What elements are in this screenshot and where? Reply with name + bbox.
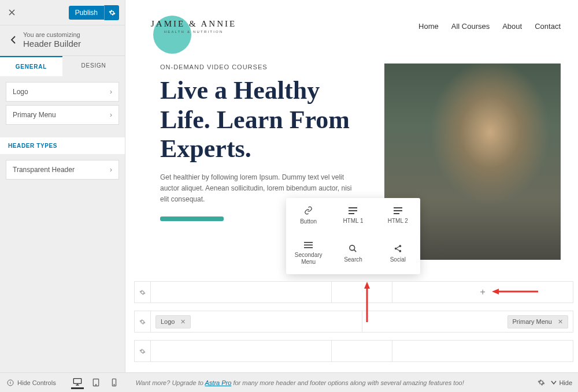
hero-title: Live a Healthy Life. Learn From Experts. (160, 76, 367, 164)
primary-menu-chip[interactable]: Primary Menu ✕ (507, 315, 568, 328)
link-icon (304, 206, 313, 215)
row-settings-button[interactable] (135, 311, 151, 332)
svg-rect-18 (73, 379, 81, 384)
logo-chip[interactable]: Logo ✕ (155, 315, 191, 328)
back-button[interactable] (6, 33, 20, 47)
builder-cell-center[interactable] (332, 282, 393, 303)
chevron-right-icon: › (110, 88, 112, 96)
header-type-items: Transparent Header › (0, 154, 125, 189)
close-customizer-button[interactable] (6, 7, 17, 18)
bottom-bar: Hide Controls Want more? Upgrade to Astr… (0, 372, 578, 392)
popup-item-label: Search (344, 256, 362, 264)
publish-button[interactable]: Publish (69, 6, 104, 20)
popup-item-label: Secondary Menu (288, 252, 328, 266)
popup-item-html2[interactable]: HTML 2 (376, 198, 420, 234)
popup-item-social[interactable]: Social (376, 234, 420, 274)
add-element-button[interactable]: + (480, 287, 486, 297)
sidebar-item-logo[interactable]: Logo › (6, 82, 119, 102)
hide-builder-button[interactable]: Hide (551, 379, 572, 386)
builder-cell-left[interactable]: Logo ✕ (151, 311, 362, 332)
device-tablet-button[interactable] (90, 376, 102, 389)
svg-point-10 (399, 245, 401, 247)
nav-home[interactable]: Home (418, 22, 439, 31)
remove-chip-button[interactable]: ✕ (180, 318, 186, 326)
astra-pro-link[interactable]: Astra Pro (205, 379, 231, 386)
sidebar-tabs: GENERAL DESIGN (0, 56, 125, 76)
nav-about[interactable]: About (502, 22, 522, 31)
builder-row-above: + (134, 281, 573, 303)
svg-rect-5 (394, 213, 399, 214)
popup-item-search[interactable]: Search (331, 234, 375, 274)
header-types-label: HEADER TYPES (0, 137, 125, 154)
hide-label: Hide (559, 379, 572, 386)
hide-controls-button[interactable]: Hide Controls (0, 379, 63, 386)
logo-subtitle: HEALTH & NUTRITION (151, 30, 236, 33)
nav-contact[interactable]: Contact (535, 22, 561, 31)
popup-item-label: Button (300, 218, 317, 226)
logo-title: JAMIE & ANNIE (151, 19, 236, 29)
svg-point-20 (95, 384, 96, 385)
tab-design[interactable]: DESIGN (62, 56, 125, 76)
sidebar-item-transparent-header[interactable]: Transparent Header › (6, 160, 119, 180)
svg-point-17 (8, 380, 13, 386)
builder-cell-right[interactable] (392, 341, 573, 361)
hero-eyebrow: ON-DEMAND VIDEO COURSES (160, 64, 367, 70)
popup-item-html1[interactable]: HTML 1 (331, 198, 375, 234)
nav-courses[interactable]: All Courses (451, 22, 490, 31)
chip-label: Logo (161, 318, 175, 325)
site-logo[interactable]: JAMIE & ANNIE HEALTH & NUTRITION (143, 19, 236, 33)
chevron-right-icon: › (110, 111, 112, 119)
svg-point-11 (395, 247, 397, 249)
row-settings-button[interactable] (135, 282, 151, 303)
svg-rect-6 (304, 242, 313, 243)
svg-rect-4 (394, 210, 402, 211)
builder-cell-left[interactable] (151, 282, 332, 303)
section-title: Header Builder (23, 39, 117, 48)
svg-rect-3 (394, 207, 402, 208)
builder-cell-right[interactable]: Primary Menu ✕ (362, 311, 573, 332)
svg-rect-8 (304, 247, 313, 248)
chevron-right-icon: › (110, 166, 112, 174)
popup-item-secondary-menu[interactable]: Secondary Menu (286, 234, 331, 274)
section-header: You are customizing Header Builder (0, 25, 125, 56)
sidebar-item-label: Transparent Header (13, 166, 75, 174)
popup-item-label: HTML 2 (388, 218, 408, 225)
upgrade-message: Want more? Upgrade to Astra Pro for many… (136, 379, 538, 386)
builder-cell-right[interactable]: + (392, 282, 573, 303)
device-mobile-button[interactable] (108, 376, 121, 389)
popup-item-label: HTML 1 (343, 218, 363, 225)
device-desktop-button[interactable] (71, 376, 84, 389)
hide-controls-label: Hide Controls (17, 379, 56, 386)
search-icon (349, 244, 357, 253)
general-items: Logo › Primary Menu › (0, 76, 125, 134)
svg-rect-0 (349, 207, 357, 208)
device-switcher (71, 376, 121, 389)
svg-point-9 (350, 245, 355, 251)
svg-point-12 (399, 250, 401, 252)
sidebar-item-primary-menu[interactable]: Primary Menu › (6, 105, 119, 125)
customizing-label: You are customizing (23, 31, 117, 38)
popup-item-label: Social (390, 256, 406, 264)
sidebar-top-bar: Publish (0, 0, 125, 25)
builder-cell-left[interactable] (151, 341, 332, 361)
svg-rect-7 (304, 244, 313, 245)
html-icon (349, 207, 357, 214)
html-icon (394, 207, 402, 214)
share-icon (394, 244, 402, 253)
builder-row-primary: Logo ✕ Primary Menu ✕ (134, 311, 573, 333)
remove-chip-button[interactable]: ✕ (558, 318, 563, 326)
chip-label: Primary Menu (513, 318, 552, 325)
publish-settings-button[interactable] (104, 5, 119, 20)
element-picker-popup: Button HTML 1 HTML 2 Secondary Menu Sear… (286, 198, 420, 274)
hero-cta-button[interactable] (160, 216, 224, 221)
popup-item-button[interactable]: Button (286, 198, 331, 234)
builder-settings-button[interactable] (538, 379, 545, 386)
tab-general[interactable]: GENERAL (0, 56, 62, 76)
builder-cell-center[interactable] (332, 341, 393, 361)
row-settings-button[interactable] (135, 341, 151, 361)
builder-row-below (134, 340, 573, 362)
sidebar-item-label: Primary Menu (13, 111, 56, 119)
svg-rect-1 (349, 210, 357, 211)
site-header: JAMIE & ANNIE HEALTH & NUTRITION Home Al… (125, 0, 578, 52)
sidebar-item-label: Logo (13, 88, 28, 96)
